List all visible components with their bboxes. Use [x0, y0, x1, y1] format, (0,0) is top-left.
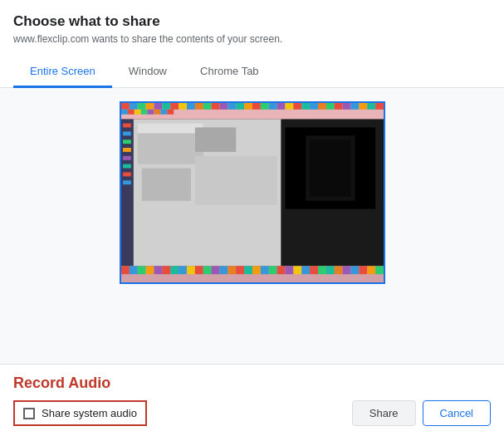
- tabs-container: Entire Screen Window Chrome Tab: [0, 56, 504, 88]
- svg-rect-20: [268, 103, 276, 110]
- tab-window[interactable]: Window: [112, 56, 183, 88]
- svg-rect-16: [236, 103, 244, 110]
- svg-rect-9: [179, 103, 187, 110]
- svg-rect-31: [359, 103, 367, 110]
- svg-rect-66: [154, 266, 162, 274]
- svg-rect-56: [194, 156, 276, 205]
- svg-rect-35: [127, 110, 134, 115]
- svg-rect-5: [145, 103, 154, 110]
- tab-entire-screen[interactable]: Entire Screen: [13, 56, 112, 88]
- svg-rect-87: [325, 266, 334, 274]
- share-system-audio-checkbox-container[interactable]: Share system audio: [13, 400, 147, 426]
- svg-rect-3: [129, 103, 137, 110]
- svg-rect-47: [122, 156, 130, 160]
- svg-rect-67: [162, 266, 170, 274]
- dialog-header: Choose what to share www.flexclip.com wa…: [0, 0, 504, 51]
- svg-rect-22: [285, 103, 293, 110]
- dialog-subtitle: www.flexclip.com wants to share the cont…: [13, 33, 491, 45]
- svg-rect-13: [211, 103, 219, 110]
- svg-rect-62: [121, 266, 130, 274]
- svg-rect-93: [375, 266, 384, 274]
- svg-rect-88: [334, 266, 342, 274]
- svg-rect-75: [228, 266, 236, 274]
- svg-rect-60: [310, 140, 350, 197]
- svg-rect-83: [293, 266, 301, 274]
- svg-rect-10: [187, 103, 195, 110]
- svg-rect-68: [170, 266, 179, 274]
- record-audio-heading: Record Audio: [13, 375, 491, 392]
- svg-rect-21: [276, 103, 285, 110]
- svg-rect-30: [350, 103, 359, 110]
- svg-rect-43: [122, 124, 130, 128]
- dialog-footer: Record Audio Share system audio Share Ca…: [0, 364, 504, 436]
- svg-rect-34: [121, 110, 128, 115]
- svg-rect-74: [219, 266, 228, 274]
- svg-rect-80: [268, 266, 276, 274]
- svg-rect-39: [154, 110, 160, 115]
- svg-rect-45: [122, 140, 130, 144]
- svg-rect-7: [162, 103, 170, 110]
- svg-rect-32: [367, 103, 375, 110]
- svg-rect-81: [276, 266, 285, 274]
- cancel-button[interactable]: Cancel: [423, 400, 491, 426]
- screen-thumbnail: [120, 101, 385, 284]
- share-system-audio-label: Share system audio: [42, 407, 137, 419]
- svg-rect-85: [310, 266, 318, 274]
- svg-rect-71: [194, 266, 203, 274]
- svg-rect-76: [236, 266, 244, 274]
- svg-rect-64: [137, 266, 145, 274]
- svg-rect-28: [334, 103, 342, 110]
- svg-rect-82: [285, 266, 293, 274]
- svg-rect-18: [252, 103, 261, 110]
- svg-rect-4: [137, 103, 145, 110]
- svg-rect-41: [167, 110, 174, 115]
- svg-rect-12: [203, 103, 211, 110]
- svg-rect-37: [140, 110, 147, 115]
- svg-rect-50: [122, 180, 130, 184]
- svg-rect-19: [260, 103, 268, 110]
- share-button[interactable]: Share: [352, 400, 416, 426]
- svg-rect-92: [367, 266, 375, 274]
- svg-rect-63: [129, 266, 137, 274]
- svg-rect-11: [194, 103, 203, 110]
- dialog-title: Choose what to share: [13, 13, 491, 30]
- svg-rect-17: [244, 103, 252, 110]
- svg-rect-46: [122, 148, 130, 152]
- svg-rect-91: [359, 266, 367, 274]
- svg-rect-36: [134, 110, 140, 115]
- svg-rect-69: [179, 266, 187, 274]
- share-dialog: Choose what to share www.flexclip.com wa…: [0, 0, 504, 436]
- svg-rect-55: [194, 127, 235, 151]
- share-system-audio-checkbox[interactable]: [23, 408, 35, 419]
- svg-rect-84: [301, 266, 310, 274]
- svg-rect-53: [137, 124, 203, 134]
- footer-actions: Share system audio Share Cancel: [13, 400, 491, 426]
- tab-chrome-tab[interactable]: Chrome Tab: [183, 56, 276, 88]
- svg-rect-89: [342, 266, 350, 274]
- svg-rect-6: [154, 103, 162, 110]
- svg-rect-86: [318, 266, 326, 274]
- svg-rect-54: [141, 169, 190, 201]
- svg-rect-23: [293, 103, 301, 110]
- svg-rect-14: [219, 103, 228, 110]
- svg-rect-40: [160, 110, 167, 115]
- svg-rect-38: [147, 110, 154, 115]
- svg-rect-24: [301, 103, 310, 110]
- svg-rect-25: [310, 103, 318, 110]
- svg-rect-27: [325, 103, 334, 110]
- svg-rect-65: [145, 266, 154, 274]
- svg-rect-79: [260, 266, 268, 274]
- svg-rect-78: [252, 266, 261, 274]
- svg-rect-15: [228, 103, 236, 110]
- svg-rect-29: [342, 103, 350, 110]
- svg-rect-72: [203, 266, 211, 274]
- svg-rect-70: [187, 266, 195, 274]
- svg-rect-44: [122, 131, 130, 135]
- svg-rect-26: [318, 103, 326, 110]
- action-buttons: Share Cancel: [352, 400, 491, 426]
- preview-area: [0, 88, 504, 364]
- svg-rect-49: [122, 172, 130, 176]
- svg-rect-48: [122, 164, 130, 169]
- svg-rect-90: [350, 266, 359, 274]
- svg-rect-73: [211, 266, 219, 274]
